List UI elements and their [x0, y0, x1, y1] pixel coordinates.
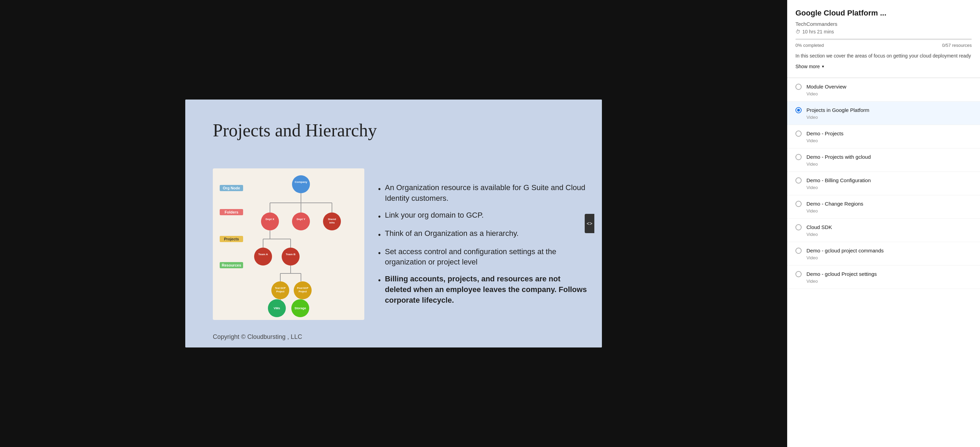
progress-text: 0% completed 0/57 resources [795, 43, 972, 48]
bullet-text-3: Think of an Organization as a hierarchy. [385, 228, 519, 240]
bullet-dot-1: • [378, 184, 381, 204]
svg-text:Project: Project [276, 290, 285, 293]
item-info: Demo - gcloud project commandsVideo [807, 247, 972, 260]
svg-text:Dept Y: Dept Y [297, 218, 306, 221]
sidebar: Google Cloud Platform ... TechCommanders… [787, 0, 980, 447]
bullets-section: • An Organization resource is available … [378, 169, 588, 320]
course-item[interactable]: Demo - Projects with gcloudVideo [787, 148, 980, 172]
item-radio [795, 154, 802, 160]
folders-label: Folders [220, 209, 243, 215]
show-more-button[interactable]: Show more ▾ [795, 64, 824, 69]
svg-text:Shared: Shared [328, 218, 336, 220]
item-info: Demo - Billing ConfigurationVideo [807, 177, 972, 190]
chevron-right-icon: <> [587, 221, 592, 226]
course-item[interactable]: Cloud SDKVideo [787, 219, 980, 242]
bullet-dot-2: • [378, 212, 381, 222]
item-type: Video [807, 162, 972, 167]
svg-point-16 [261, 213, 279, 231]
item-info: Module OverviewVideo [807, 83, 972, 96]
item-info: Demo - Projects with gcloudVideo [807, 153, 972, 167]
item-title: Demo - Projects with gcloud [807, 153, 972, 161]
slide-title: Projects and Hierarchy [213, 120, 377, 140]
item-type: Video [807, 115, 972, 120]
item-type: Video [807, 185, 972, 190]
hierarchy-diagram: Org Node Folders Projects Resources [213, 169, 364, 320]
item-type: Video [807, 91, 972, 96]
show-more-label: Show more [795, 64, 820, 69]
bullet-dot-4: • [378, 248, 381, 268]
item-title: Demo - gcloud project commands [807, 247, 972, 254]
progress-label: 0% completed [795, 43, 824, 48]
storage-node: Storage [291, 299, 309, 317]
tree-svg: Company Dept X Dept Y Shared Infra [246, 175, 356, 306]
svg-text:Team A: Team A [258, 253, 268, 256]
slide-container: Projects and Hierarchy Org Node Folders … [185, 100, 602, 347]
bullet-text-2: Link your org domain to GCP. [385, 210, 484, 222]
item-radio [795, 271, 802, 277]
item-radio [795, 248, 802, 254]
projects-label: Projects [220, 236, 243, 242]
course-item[interactable]: Demo - gcloud Project settingsVideo [787, 266, 980, 289]
svg-text:Test GCP: Test GCP [275, 287, 286, 289]
bullet-1: • An Organization resource is available … [378, 183, 588, 204]
item-type: Video [807, 232, 972, 237]
item-info: Demo - ProjectsVideo [807, 130, 972, 143]
video-area: Projects and Hierarchy Org Node Folders … [0, 0, 787, 447]
svg-text:Dept X: Dept X [266, 218, 275, 221]
svg-text:Infra: Infra [329, 221, 335, 224]
bullet-5: • Billing accounts, projects, and resour… [378, 274, 588, 305]
copyright: Copyright © Cloudbursting , LLC [213, 333, 302, 340]
bullet-2: • Link your org domain to GCP. [378, 210, 588, 222]
bullet-dot-5: • [378, 275, 381, 305]
course-item[interactable]: Projects in Google PlatformVideo [787, 102, 980, 125]
svg-point-25 [282, 248, 299, 266]
progress-bar-container [795, 38, 972, 40]
svg-text:Team B: Team B [286, 253, 296, 256]
clock-icon: ⏱ [795, 29, 800, 35]
course-instructor: TechCommanders [795, 21, 972, 27]
item-info: Cloud SDKVideo [807, 224, 972, 237]
svg-text:Prod GCP: Prod GCP [297, 287, 309, 289]
item-radio [795, 130, 802, 137]
course-item[interactable]: Module OverviewVideo [787, 78, 980, 102]
course-item[interactable]: Demo - Change RegionsVideo [787, 195, 980, 219]
svg-point-14 [292, 175, 310, 193]
course-description: In this section we cover the areas of fo… [795, 52, 972, 60]
vms-node: VMs [268, 299, 286, 317]
item-title: Demo - Billing Configuration [807, 177, 972, 184]
course-item[interactable]: Demo - Billing ConfigurationVideo [787, 172, 980, 195]
svg-point-23 [254, 248, 272, 266]
course-items-list: Module OverviewVideoProjects in Google P… [787, 78, 980, 447]
bullet-3: • Think of an Organization as a hierarch… [378, 228, 588, 240]
slide-content: Org Node Folders Projects Resources [213, 169, 588, 320]
chevron-down-icon: ▾ [822, 64, 824, 69]
bullet-text-1: An Organization resource is available fo… [385, 183, 588, 204]
resources-label: 0/57 resources [942, 43, 972, 48]
svg-text:Project: Project [299, 290, 307, 293]
sidebar-header: Google Cloud Platform ... TechCommanders… [787, 0, 980, 78]
svg-point-18 [292, 213, 310, 231]
item-title: Module Overview [807, 83, 972, 90]
bullet-dot-3: • [378, 230, 381, 240]
course-title: Google Cloud Platform ... [795, 8, 972, 18]
resources-label: Resources [220, 262, 243, 268]
item-info: Demo - Change RegionsVideo [807, 200, 972, 213]
item-type: Video [807, 208, 972, 213]
item-info: Demo - gcloud Project settingsVideo [807, 270, 972, 284]
item-radio [795, 107, 802, 113]
item-radio [795, 177, 802, 183]
bullet-text-4: Set access control and configuration set… [385, 247, 588, 268]
course-item[interactable]: Demo - gcloud project commandsVideo [787, 242, 980, 266]
bullet-text-5: Billing accounts, projects, and resource… [385, 274, 588, 305]
item-radio [795, 224, 802, 231]
org-node-label: Org Node [220, 185, 243, 191]
course-duration: 10 hrs 21 mins [802, 29, 834, 35]
bullet-4: • Set access control and configuration s… [378, 247, 588, 268]
course-item[interactable]: Demo - ProjectsVideo [787, 125, 980, 148]
item-type: Video [807, 278, 972, 284]
item-type: Video [807, 255, 972, 260]
collapse-sidebar-button[interactable]: <> [585, 214, 594, 233]
item-type: Video [807, 138, 972, 143]
item-title: Cloud SDK [807, 224, 972, 231]
item-radio [795, 201, 802, 207]
